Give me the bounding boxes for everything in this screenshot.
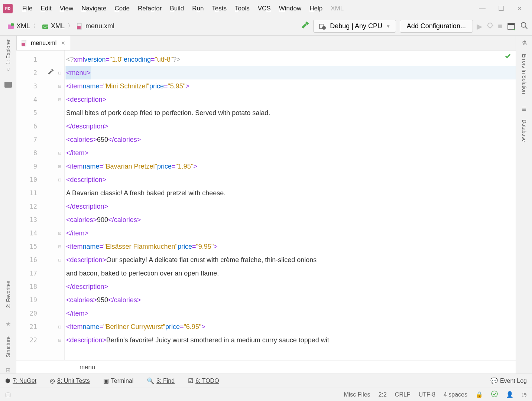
crumb-module[interactable]: C# XML	[38, 22, 68, 31]
menu-vcs[interactable]: VCS	[254, 3, 275, 14]
svg-marker-16	[513, 29, 515, 30]
bottom-tool-bar: ⬢ 7: NuGet ◎ 8: Unit Tests ▣ Terminal 🔍 …	[0, 374, 532, 388]
code-editor[interactable]: <?xml version="1.0" encoding="utf-8"?><m…	[65, 50, 516, 360]
find-tool[interactable]: 🔍 3: Find	[147, 377, 175, 384]
debug-icon[interactable]	[486, 21, 494, 31]
menu-file[interactable]: File	[19, 3, 36, 14]
status-eol[interactable]: CRLF	[395, 391, 411, 398]
chevron-down-icon: ▼	[386, 24, 390, 29]
hector-icon[interactable]: 👤	[506, 391, 513, 398]
star-icon: ★	[6, 320, 11, 327]
search-icon[interactable]	[520, 22, 528, 31]
editor-tab[interactable]: menu.xml ✕	[16, 36, 70, 50]
status-encoding[interactable]: UTF-8	[419, 391, 435, 398]
menu-tools[interactable]: Tools	[231, 3, 253, 14]
todo-tool[interactable]: ☑ 6: TODO	[188, 377, 219, 384]
tab-close-icon[interactable]: ✕	[61, 40, 65, 46]
status-caret[interactable]: 2:2	[379, 391, 387, 398]
file-icon	[21, 40, 28, 46]
db-icon[interactable]: ≣	[522, 105, 526, 112]
layout-icon[interactable]	[506, 21, 516, 32]
svg-rect-20	[22, 43, 25, 46]
menu-code[interactable]: Code	[111, 3, 133, 14]
menu-tests[interactable]: Tests	[208, 3, 230, 14]
menu-view[interactable]: View	[56, 3, 77, 14]
svg-rect-5	[77, 26, 81, 29]
crumb-file[interactable]: menu.xml	[73, 22, 118, 31]
stop-icon[interactable]: ■	[498, 22, 502, 30]
explorer-tool[interactable]: ⌂1: Explorer	[5, 39, 11, 73]
event-log[interactable]: 💬 Event Log	[490, 377, 527, 384]
file-icon	[77, 23, 83, 30]
maximize-icon[interactable]: ☐	[498, 4, 504, 13]
app-icon: RD	[3, 4, 13, 13]
left-tool-rail: ⌂1: Explorer 2: Favorites ★ Structure ⊞	[0, 36, 16, 374]
menu-edit[interactable]: Edit	[37, 3, 55, 14]
menu-run[interactable]: Run	[188, 3, 207, 14]
inspection-ok-icon[interactable]	[491, 391, 498, 399]
database-tool[interactable]: Database	[521, 120, 527, 142]
svg-point-8	[322, 26, 326, 30]
errors-tool[interactable]: Errors In Solution	[521, 54, 527, 94]
memory-icon[interactable]: ◔	[522, 391, 527, 398]
run-config-selector[interactable]: Debug | Any CPU ▼	[313, 20, 396, 33]
editor-breadcrumb[interactable]: menu	[16, 360, 516, 374]
quick-list-icon[interactable]: ▢	[5, 391, 11, 398]
crumb-project[interactable]: XML	[4, 22, 34, 31]
terminal-tool[interactable]: ▣ Terminal	[103, 377, 133, 384]
menu-window[interactable]: Window	[275, 3, 305, 14]
svg-rect-15	[508, 23, 515, 25]
lock-icon[interactable]: 🔒	[476, 391, 483, 398]
svg-line-18	[525, 26, 528, 29]
tree-icon: ⊞	[6, 366, 10, 374]
menu-help[interactable]: Help	[306, 3, 326, 14]
svg-rect-21	[51, 69, 53, 71]
xml-icon	[7, 23, 14, 30]
gutter: 12⊟3⊟4⊟5678⊡9⊟10⊟11121314⊡15⊟16⊟17181920…	[16, 50, 65, 360]
tab-label: menu.xml	[31, 40, 56, 46]
structure-tool[interactable]: Structure	[5, 336, 11, 358]
close-icon[interactable]: ✕	[517, 4, 522, 13]
svg-point-17	[521, 22, 526, 27]
hammer-icon[interactable]	[301, 21, 309, 32]
favorites-tool[interactable]: 2: Favorites	[5, 281, 11, 308]
right-tool-rail: ⚗ Errors In Solution ≣ Database	[516, 36, 532, 374]
toolbar: XML 〉 C# XML 〉 menu.xml Debug | Any CPU …	[0, 17, 532, 36]
menu-navigate[interactable]: Navigate	[78, 3, 110, 14]
svg-point-9	[488, 23, 492, 27]
menubar: RD FileEditViewNavigateCodeRefactorBuild…	[0, 0, 532, 17]
status-bar: ▢ Misc Files 2:2 CRLF UTF-8 4 spaces 🔒 👤…	[0, 388, 532, 401]
add-configuration-button[interactable]: Add Configuration...	[400, 20, 473, 33]
menu-xml[interactable]: XML	[327, 3, 347, 14]
status-misc: Misc Files	[344, 391, 370, 398]
nuget-tool[interactable]: ⬢ 7: NuGet	[5, 377, 36, 384]
editor-tabs: menu.xml ✕	[16, 36, 516, 50]
debug-config-icon	[319, 23, 326, 30]
minimize-icon[interactable]: ―	[479, 4, 486, 13]
cs-icon: C#	[42, 23, 49, 30]
hammer-gutter-icon[interactable]	[47, 69, 54, 77]
project-icon[interactable]	[4, 82, 12, 88]
unit-tests-tool[interactable]: ◎ 8: Unit Tests	[50, 377, 90, 384]
svg-point-22	[492, 391, 497, 397]
flask-icon[interactable]: ⚗	[522, 39, 527, 46]
svg-rect-1	[11, 23, 14, 26]
svg-text:C#: C#	[43, 25, 48, 29]
run-icon[interactable]: ▶	[477, 22, 482, 31]
menu-refactor[interactable]: Refactor	[134, 3, 165, 14]
inspection-ok-icon	[505, 53, 511, 61]
status-indent[interactable]: 4 spaces	[444, 391, 467, 398]
menu-build[interactable]: Build	[166, 3, 188, 14]
